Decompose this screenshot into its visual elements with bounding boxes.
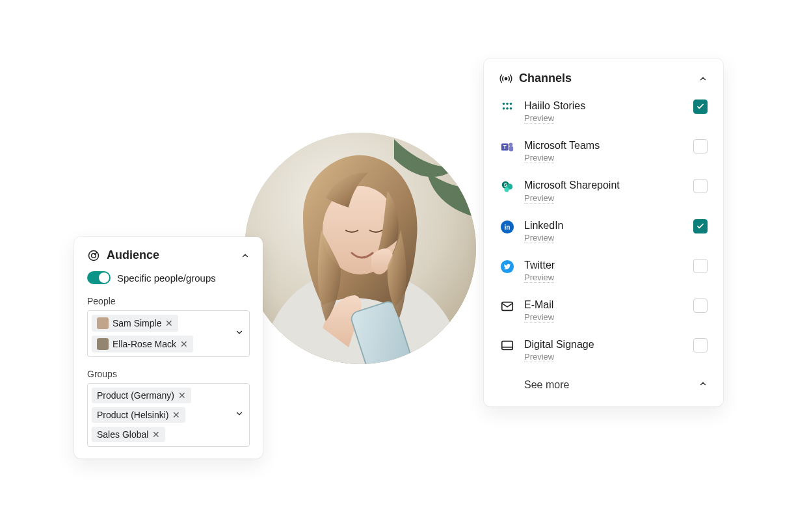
- channel-row-linkedin: in LinkedIn Preview: [499, 211, 708, 251]
- chevron-up-icon: [241, 251, 250, 260]
- group-chip: Product (Helsinki) ✕: [92, 407, 185, 423]
- svg-rect-15: [509, 146, 513, 151]
- person-chip: Ella-Rose Mack ✕: [92, 336, 193, 352]
- chip-label: Ella-Rose Mack: [113, 339, 176, 349]
- channels-panel: Channels Haiilo Stories Preview T Micros…: [484, 59, 723, 406]
- see-more-button[interactable]: See more: [499, 370, 708, 400]
- chip-label: Sam Simple: [113, 318, 161, 328]
- channel-name: Microsoft Sharepoint: [524, 179, 687, 191]
- channel-name: Digital Signage: [524, 338, 687, 351]
- svg-point-7: [506, 103, 509, 105]
- msteams-icon: T: [499, 139, 515, 155]
- haiilo-icon: [499, 100, 515, 115]
- svg-point-5: [505, 77, 507, 79]
- svg-point-18: [504, 187, 509, 192]
- channel-name: Microsoft Teams: [524, 139, 687, 152]
- svg-point-8: [510, 103, 512, 105]
- remove-icon[interactable]: ✕: [152, 430, 160, 439]
- avatar: [97, 317, 109, 329]
- channels-title: Channels: [519, 72, 692, 85]
- signage-icon: [499, 338, 515, 354]
- person-chip: Sam Simple ✕: [92, 315, 178, 332]
- groups-label: Groups: [87, 369, 250, 379]
- see-more-label: See more: [524, 379, 569, 391]
- chip-label: Product (Helsinki): [97, 410, 168, 420]
- chevron-up-icon: [698, 379, 708, 391]
- groups-input[interactable]: Product (Germany) ✕ Product (Helsinki) ✕…: [87, 383, 250, 447]
- remove-icon[interactable]: ✕: [172, 410, 180, 419]
- audience-icon: [87, 249, 100, 262]
- channel-row-haiilo: Haiilo Stories Preview: [499, 92, 708, 131]
- channel-name: Twitter: [524, 259, 687, 271]
- preview-link[interactable]: Preview: [524, 352, 554, 362]
- audience-header[interactable]: Audience: [87, 248, 250, 262]
- channel-list: Haiilo Stories Preview T Microsoft Teams…: [499, 92, 708, 400]
- chip-label: Product (Germany): [97, 390, 174, 401]
- channel-checkbox[interactable]: [693, 100, 708, 114]
- svg-point-14: [509, 143, 513, 147]
- svg-point-10: [506, 107, 509, 110]
- svg-text:T: T: [503, 144, 507, 150]
- twitter-icon: [499, 259, 515, 274]
- linkedin-icon: in: [499, 219, 515, 235]
- channel-checkbox[interactable]: [693, 139, 708, 153]
- toggle-label: Specific people/groups: [117, 273, 216, 284]
- audience-title: Audience: [107, 248, 234, 262]
- people-input[interactable]: Sam Simple ✕ Ella-Rose Mack ✕: [87, 310, 250, 357]
- preview-link[interactable]: Preview: [524, 233, 554, 243]
- svg-point-9: [503, 107, 505, 110]
- hero-portrait: [245, 133, 476, 364]
- preview-link[interactable]: Preview: [524, 193, 554, 204]
- channel-row-signage: Digital Signage Preview: [499, 330, 708, 370]
- channel-name: Haiilo Stories: [524, 100, 687, 112]
- channel-name: LinkedIn: [524, 219, 687, 232]
- remove-icon[interactable]: ✕: [178, 391, 186, 400]
- specific-people-toggle[interactable]: [87, 271, 111, 284]
- channel-row-twitter: Twitter Preview: [499, 251, 708, 291]
- channel-checkbox[interactable]: [693, 299, 708, 313]
- svg-text:S: S: [504, 182, 507, 188]
- svg-text:in: in: [505, 223, 511, 230]
- channel-name: E-Mail: [524, 299, 687, 311]
- channels-header[interactable]: Channels: [499, 72, 708, 85]
- broadcast-icon: [499, 72, 512, 85]
- avatar: [97, 338, 109, 350]
- chevron-down-icon[interactable]: [235, 409, 244, 421]
- chevron-up-icon: [698, 74, 708, 83]
- svg-rect-24: [502, 341, 513, 350]
- sharepoint-icon: S: [499, 179, 515, 194]
- chevron-down-icon[interactable]: [235, 328, 244, 339]
- channel-checkbox[interactable]: [693, 259, 708, 273]
- preview-link[interactable]: Preview: [524, 113, 554, 124]
- remove-icon[interactable]: ✕: [165, 319, 173, 328]
- specific-people-toggle-row: Specific people/groups: [87, 271, 250, 284]
- preview-link[interactable]: Preview: [524, 153, 554, 163]
- group-chip: Product (Germany) ✕: [92, 388, 191, 403]
- channel-row-email: E-Mail Preview: [499, 291, 708, 330]
- audience-panel: Audience Specific people/groups People S…: [74, 237, 263, 459]
- channel-checkbox[interactable]: [693, 179, 708, 193]
- chip-label: Sales Global: [97, 429, 148, 440]
- svg-point-11: [510, 107, 512, 110]
- email-icon: [499, 299, 515, 314]
- channel-row-msteams: T Microsoft Teams Preview: [499, 131, 708, 171]
- preview-link[interactable]: Preview: [524, 312, 554, 323]
- channel-checkbox[interactable]: [693, 338, 708, 352]
- channel-checkbox[interactable]: [693, 219, 708, 233]
- remove-icon[interactable]: ✕: [180, 339, 188, 349]
- svg-point-6: [503, 103, 505, 105]
- people-label: People: [87, 296, 250, 306]
- preview-link[interactable]: Preview: [524, 273, 554, 283]
- channel-row-sharepoint: S Microsoft Sharepoint Preview: [499, 171, 708, 211]
- group-chip: Sales Global ✕: [92, 427, 165, 442]
